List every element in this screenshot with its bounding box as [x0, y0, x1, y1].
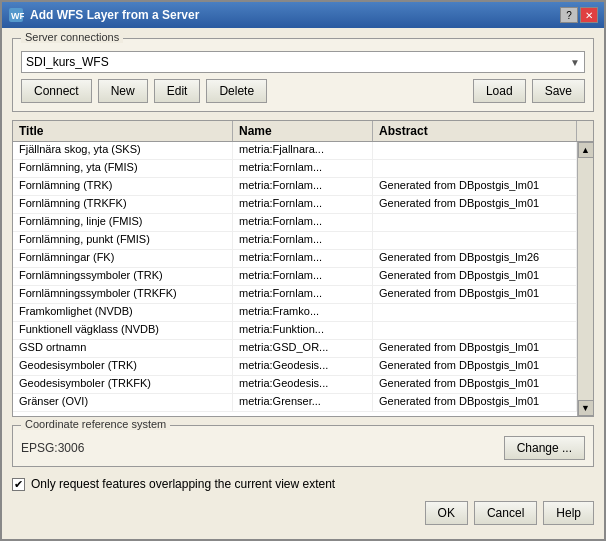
scroll-up-btn[interactable]: ▲	[578, 142, 594, 158]
table-row[interactable]: Fornlämningssymboler (TRK) metria:Fornla…	[13, 268, 577, 286]
scrollbar[interactable]: ▲ ▼	[577, 142, 593, 416]
cell-title: Fornlämningssymboler (TRK)	[13, 268, 233, 285]
table-row[interactable]: Fornlämning (TRKFK) metria:Fornlam... Ge…	[13, 196, 577, 214]
cell-name: metria:Fornlam...	[233, 250, 373, 267]
crs-value: EPSG:3006	[21, 441, 84, 455]
cell-title: Fornlämningssymboler (TRKFK)	[13, 286, 233, 303]
table-row[interactable]: Fjällnära skog, yta (SKS) metria:Fjallna…	[13, 142, 577, 160]
server-combo[interactable]: SDI_kurs_WFS ▼	[21, 51, 585, 73]
server-connections-group: Server connections SDI_kurs_WFS ▼ Connec…	[12, 38, 594, 112]
server-connections-label: Server connections	[21, 31, 123, 43]
cell-title: GSD ortnamn	[13, 340, 233, 357]
cell-title: Fornlämning (TRKFK)	[13, 196, 233, 213]
cell-abstract: Generated from DBpostgis_lm01	[373, 358, 577, 375]
cell-title: Fornlämning, linje (FMIS)	[13, 214, 233, 231]
cell-name: metria:Fornlam...	[233, 178, 373, 195]
cell-abstract: Generated from DBpostgis_lm01	[373, 376, 577, 393]
cell-abstract: Generated from DBpostgis_lm01	[373, 286, 577, 303]
table-row[interactable]: Fornlämningar (FK) metria:Fornlam... Gen…	[13, 250, 577, 268]
cell-abstract: Generated from DBpostgis_lm01	[373, 196, 577, 213]
cell-name: metria:Fornlam...	[233, 214, 373, 231]
cell-title: Fornlämning, punkt (FMIS)	[13, 232, 233, 249]
server-combo-value: SDI_kurs_WFS	[26, 55, 109, 69]
table-row[interactable]: Fornlämning, yta (FMIS) metria:Fornlam..…	[13, 160, 577, 178]
cell-name: metria:Fornlam...	[233, 232, 373, 249]
cell-title: Funktionell vägklass (NVDB)	[13, 322, 233, 339]
cell-title: Fornlämningar (FK)	[13, 250, 233, 267]
layer-table: Title Name Abstract Fjällnära skog, yta …	[12, 120, 594, 417]
overlap-checkbox-row: ✔ Only request features overlapping the …	[12, 475, 594, 493]
title-bar: WFS Add WFS Layer from a Server ? ✕	[2, 2, 604, 28]
crs-content: EPSG:3006 Change ...	[21, 436, 585, 460]
cell-name: metria:Framko...	[233, 304, 373, 321]
cell-abstract: Generated from DBpostgis_lm26	[373, 250, 577, 267]
combo-arrow-icon: ▼	[570, 57, 580, 68]
main-window: WFS Add WFS Layer from a Server ? ✕ Serv…	[0, 0, 606, 541]
cell-name: metria:Fornlam...	[233, 286, 373, 303]
cell-abstract	[373, 322, 577, 339]
content-area: Server connections SDI_kurs_WFS ▼ Connec…	[2, 28, 604, 539]
table-row[interactable]: Fornlämning, linje (FMIS) metria:Fornlam…	[13, 214, 577, 232]
crs-label: Coordinate reference system	[21, 418, 170, 430]
col-scroll-spacer	[577, 121, 593, 141]
title-bar-left: WFS Add WFS Layer from a Server	[8, 7, 199, 23]
cell-title: Fornlämning (TRK)	[13, 178, 233, 195]
server-button-row: Connect New Edit Delete Load Save	[21, 79, 585, 103]
table-row[interactable]: Gränser (OVI) metria:Grenser... Generate…	[13, 394, 577, 412]
change-crs-button[interactable]: Change ...	[504, 436, 585, 460]
col-name: Name	[233, 121, 373, 141]
table-row[interactable]: Geodesisymboler (TRKFK) metria:Geodesis.…	[13, 376, 577, 394]
cell-title: Framkomlighet (NVDB)	[13, 304, 233, 321]
ok-button[interactable]: OK	[425, 501, 468, 525]
new-button[interactable]: New	[98, 79, 148, 103]
connect-button[interactable]: Connect	[21, 79, 92, 103]
table-row[interactable]: GSD ortnamn metria:GSD_OR... Generated f…	[13, 340, 577, 358]
overlap-label: Only request features overlapping the cu…	[31, 477, 335, 491]
title-bar-controls: ? ✕	[560, 7, 598, 23]
cell-abstract: Generated from DBpostgis_lm01	[373, 340, 577, 357]
load-button[interactable]: Load	[473, 79, 526, 103]
cell-title: Geodesisymboler (TRKFK)	[13, 376, 233, 393]
cell-title: Fjällnära skog, yta (SKS)	[13, 142, 233, 159]
cell-name: metria:Fornlam...	[233, 160, 373, 177]
cell-name: metria:Fornlam...	[233, 196, 373, 213]
table-body[interactable]: Fjällnära skog, yta (SKS) metria:Fjallna…	[13, 142, 577, 416]
cell-abstract: Generated from DBpostgis_lm01	[373, 268, 577, 285]
server-row: SDI_kurs_WFS ▼	[21, 51, 585, 73]
edit-button[interactable]: Edit	[154, 79, 201, 103]
cell-abstract	[373, 214, 577, 231]
cell-name: metria:Fornlam...	[233, 268, 373, 285]
cell-name: metria:Funktion...	[233, 322, 373, 339]
overlap-checkbox[interactable]: ✔	[12, 478, 25, 491]
svg-text:WFS: WFS	[11, 11, 24, 21]
table-row[interactable]: Geodesisymboler (TRK) metria:Geodesis...…	[13, 358, 577, 376]
table-row[interactable]: Framkomlighet (NVDB) metria:Framko...	[13, 304, 577, 322]
window-title: Add WFS Layer from a Server	[30, 8, 199, 22]
wfs-icon: WFS	[8, 7, 24, 23]
cell-abstract	[373, 160, 577, 177]
help-button[interactable]: Help	[543, 501, 594, 525]
cell-abstract: Generated from DBpostgis_lm01	[373, 394, 577, 411]
crs-group: Coordinate reference system EPSG:3006 Ch…	[12, 425, 594, 467]
footer-buttons: OK Cancel Help	[12, 501, 594, 529]
table-header: Title Name Abstract	[13, 121, 593, 142]
save-button[interactable]: Save	[532, 79, 585, 103]
cell-title: Gränser (OVI)	[13, 394, 233, 411]
cancel-button[interactable]: Cancel	[474, 501, 537, 525]
cell-title: Fornlämning, yta (FMIS)	[13, 160, 233, 177]
delete-button[interactable]: Delete	[206, 79, 267, 103]
table-row[interactable]: Fornlämning, punkt (FMIS) metria:Fornlam…	[13, 232, 577, 250]
cell-title: Geodesisymboler (TRK)	[13, 358, 233, 375]
cell-name: metria:Fjallnara...	[233, 142, 373, 159]
cell-abstract: Generated from DBpostgis_lm01	[373, 178, 577, 195]
scroll-down-btn[interactable]: ▼	[578, 400, 594, 416]
cell-name: metria:Grenser...	[233, 394, 373, 411]
cell-abstract	[373, 142, 577, 159]
table-row[interactable]: Fornlämning (TRK) metria:Fornlam... Gene…	[13, 178, 577, 196]
close-btn[interactable]: ✕	[580, 7, 598, 23]
table-row[interactable]: Fornlämningssymboler (TRKFK) metria:Forn…	[13, 286, 577, 304]
help-title-btn[interactable]: ?	[560, 7, 578, 23]
col-title: Title	[13, 121, 233, 141]
cell-name: metria:Geodesis...	[233, 376, 373, 393]
table-row[interactable]: Funktionell vägklass (NVDB) metria:Funkt…	[13, 322, 577, 340]
